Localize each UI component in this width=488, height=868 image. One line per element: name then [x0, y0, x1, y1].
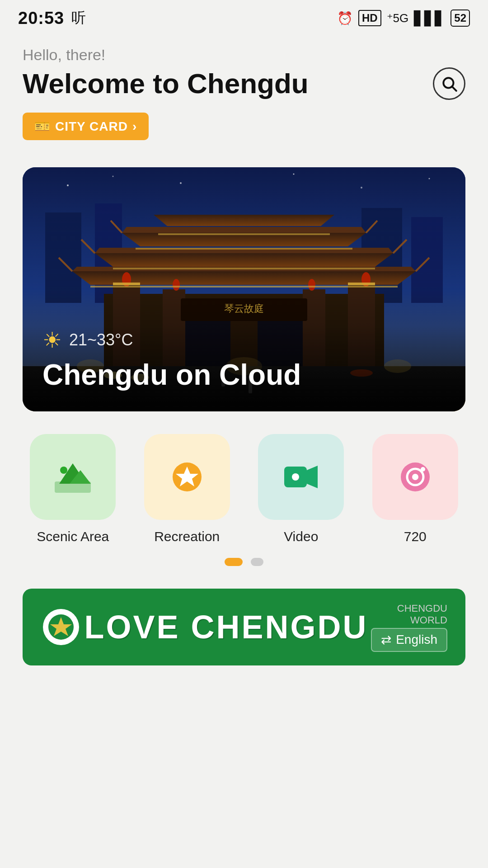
city-card-button[interactable]: 🎫 CITY CARD ›: [23, 113, 149, 140]
category-label-recreation: Recreation: [154, 529, 220, 544]
banner-logo-small: CHENGDUWORLD: [397, 603, 447, 626]
greeting: Hello, there!: [23, 46, 465, 64]
svg-point-59: [60, 467, 67, 474]
banner-logo: [41, 607, 81, 647]
status-time: 20:53: [18, 9, 64, 28]
city-card-icon: 🎫: [34, 119, 51, 134]
category-720[interactable]: 720: [365, 434, 466, 544]
hero-weather: ☀ 21~33°C: [42, 327, 133, 353]
hd-badge: HD: [358, 10, 381, 26]
english-button[interactable]: ⇄ English: [371, 628, 447, 652]
alarm-icon: ⏰: [337, 11, 353, 26]
search-button[interactable]: [433, 67, 465, 100]
english-icon: ⇄: [381, 632, 391, 647]
svg-point-68: [421, 467, 425, 472]
listening-icon: 听: [71, 8, 86, 28]
category-icon-recreation: [144, 434, 230, 520]
svg-marker-64: [307, 466, 318, 488]
pagination-dots: [0, 553, 488, 580]
recreation-icon: [167, 457, 207, 497]
header: Hello, there! Welcome to Chengdu 🎫 CITY …: [0, 33, 488, 149]
category-icon-scenic: [30, 434, 116, 520]
category-video[interactable]: Video: [251, 434, 352, 544]
logo-icon: [43, 609, 79, 645]
chengdu-logo: [47, 613, 75, 641]
search-icon: [441, 75, 458, 92]
video-icon: [281, 457, 321, 497]
status-icons: ⏰ HD ⁺5G ▋▋▋ 52: [337, 9, 470, 27]
categories-grid: Scenic Area Recreation Video: [0, 411, 488, 553]
dot-2: [251, 558, 263, 566]
hero-title: Chengdu on Cloud: [42, 358, 301, 392]
english-label: English: [396, 632, 437, 647]
banner-text: LOVE CHENGDU: [81, 609, 371, 646]
battery: 52: [450, 9, 470, 27]
svg-line-1: [452, 87, 456, 91]
category-label-video: Video: [284, 529, 318, 544]
category-icon-720: [372, 434, 458, 520]
hero-banner[interactable]: 琴云故庭 ☀ 21~33°C Chengdu on Cloud: [23, 167, 465, 411]
svg-point-67: [412, 474, 418, 480]
header-row: Welcome to Chengdu: [23, 67, 465, 100]
category-icon-video: [258, 434, 344, 520]
scenic-icon: [52, 457, 93, 497]
city-card-label: CITY CARD: [55, 119, 128, 134]
weather-temp: 21~33°C: [69, 330, 133, 349]
bottom-banner[interactable]: LOVE CHENGDU CHENGDUWORLD ⇄ English: [23, 589, 465, 665]
weather-icon: ☀: [42, 327, 62, 353]
banner-right: CHENGDUWORLD ⇄ English: [371, 603, 447, 652]
signal-bars: ▋▋▋: [414, 10, 445, 26]
category-label-scenic: Scenic Area: [37, 529, 109, 544]
dot-1: [225, 558, 243, 566]
svg-point-63: [292, 473, 299, 481]
signal-5g: ⁺5G: [387, 11, 409, 25]
status-bar: 20:53 听 ⏰ HD ⁺5G ▋▋▋ 52: [0, 0, 488, 33]
vr-icon: [395, 457, 436, 497]
category-label-720: 720: [404, 529, 427, 544]
category-scenic[interactable]: Scenic Area: [23, 434, 123, 544]
page-title: Welcome to Chengdu: [23, 68, 309, 99]
category-recreation[interactable]: Recreation: [137, 434, 238, 544]
chevron-right-icon: ›: [132, 119, 137, 134]
